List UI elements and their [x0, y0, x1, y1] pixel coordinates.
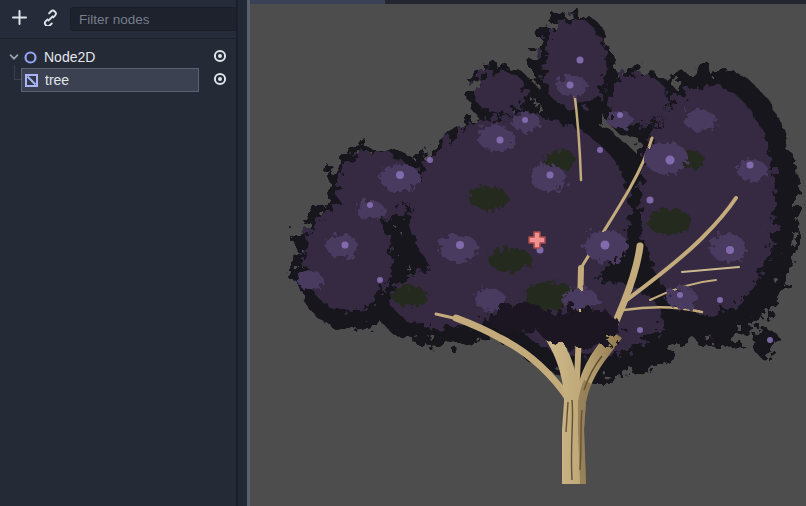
- visibility-toggle-tree[interactable]: [208, 68, 232, 92]
- add-node-button[interactable]: [6, 6, 32, 32]
- instance-scene-button[interactable]: [36, 6, 62, 32]
- eye-icon: [212, 48, 228, 67]
- sprite-label: tree: [45, 72, 69, 88]
- scene-dock: Node2D tree: [0, 0, 250, 506]
- scene-tree: Node2D tree: [0, 38, 236, 506]
- selected-row-highlight[interactable]: tree: [21, 68, 199, 92]
- node2d-icon: [23, 50, 38, 65]
- tree-row-sprite[interactable]: tree: [8, 68, 232, 92]
- plus-icon: [11, 9, 28, 29]
- node2d-label: Node2D: [44, 49, 95, 65]
- link-icon: [41, 9, 58, 29]
- scene-toolbar: [0, 0, 236, 38]
- tree-row-node2d[interactable]: Node2D: [8, 45, 232, 69]
- filter-nodes-input[interactable]: [79, 12, 256, 27]
- eye-icon: [212, 71, 228, 90]
- visibility-toggle-node2d[interactable]: [208, 45, 232, 69]
- chevron-down-icon[interactable]: [8, 51, 20, 63]
- tree-sprite-image[interactable]: [250, 0, 806, 506]
- sprite-icon: [24, 73, 39, 88]
- scene-dock-content: Node2D tree: [0, 0, 236, 506]
- canvas-viewport[interactable]: [250, 0, 806, 506]
